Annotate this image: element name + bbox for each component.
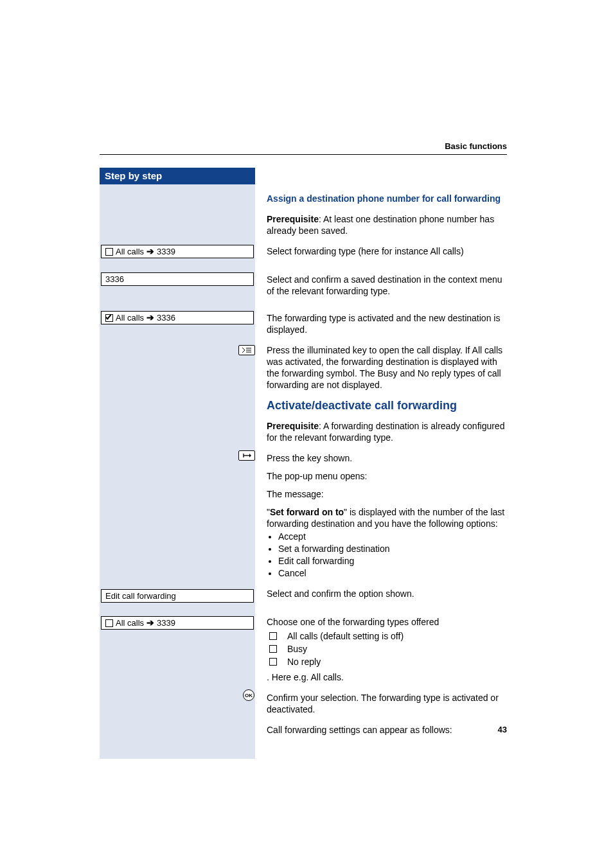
arrow-right-icon: ➔ <box>147 617 154 628</box>
menu-label: All calls <box>116 617 144 628</box>
menu-all-calls-3336[interactable]: All calls ➔3336 <box>101 311 254 324</box>
call-display-key-icon[interactable] <box>238 345 255 355</box>
bullet-item: Cancel <box>278 567 507 579</box>
activate-p3: The message: <box>267 488 507 500</box>
menu-number-3336[interactable]: 3336 <box>101 272 254 286</box>
assign-p4: Press the illuminated key to open the ca… <box>267 344 507 391</box>
bullet-item: Accept <box>278 531 507 542</box>
checkbox-checked-icon <box>105 314 113 322</box>
assign-p1: Select forwarding type (here for instanc… <box>267 245 507 257</box>
activate-prereq: Prerequisite: A forwarding destination i… <box>267 420 507 443</box>
arrow-right-icon: ➔ <box>147 246 154 257</box>
ok-label: OK <box>245 693 253 698</box>
content-column: Assign a destination phone number for ca… <box>267 193 507 745</box>
check-label: All calls (default setting is off) <box>287 630 404 642</box>
activate-p7: Confirm your selection. The forwarding t… <box>267 692 507 715</box>
menu-label: All calls <box>116 246 144 257</box>
activate-p2: The pop-up menu opens: <box>267 470 507 482</box>
arrow-enter-icon <box>242 452 251 459</box>
menu-dest: 3336 <box>157 312 175 323</box>
menu-edit-call-forwarding[interactable]: Edit call forwarding <box>101 589 254 603</box>
assign-prereq: Prerequisite: At least one destination p… <box>267 213 507 236</box>
header-rule <box>100 154 507 155</box>
prereq-label: Prerequisite <box>267 421 319 431</box>
checkbox-empty-icon <box>269 658 277 666</box>
list-item: All calls (default setting is off) <box>267 630 507 642</box>
menu-dest: 3339 <box>157 246 175 257</box>
checkbox-empty-icon <box>105 619 113 627</box>
menu-number-value: 3336 <box>105 274 124 285</box>
arrow-right-icon: ➔ <box>147 312 154 323</box>
menu-edit-label: Edit call forwarding <box>105 590 176 601</box>
checkbox-empty-icon <box>269 632 277 640</box>
ok-button-icon[interactable]: OK <box>243 689 254 701</box>
activate-heading: Activate/deactivate call forwarding <box>267 400 507 411</box>
assign-title: Assign a destination phone number for ca… <box>267 193 507 204</box>
checkbox-empty-icon <box>269 645 277 653</box>
bullet-item: Edit call forwarding <box>278 555 507 567</box>
forwarding-type-list: All calls (default setting is off) Busy … <box>267 630 507 668</box>
activate-p8: Call forwarding settings can appear as f… <box>267 724 507 736</box>
bullet-item: Set a forwarding destination <box>278 543 507 554</box>
assign-p2: Select and confirm a saved destination i… <box>267 274 507 297</box>
prereq-label: Prerequisite <box>267 214 319 224</box>
menu-label: All calls <box>116 312 144 323</box>
list-right-icon <box>242 347 252 353</box>
activate-p6: . Here e.g. All calls. <box>267 671 507 683</box>
menu-all-calls-3339-a[interactable]: All calls ➔3339 <box>101 245 254 258</box>
press-key-icon[interactable] <box>238 450 255 461</box>
sidebar-body <box>100 184 255 759</box>
check-label: Busy <box>287 643 307 655</box>
page-number: 43 <box>498 725 507 734</box>
activate-p4: Select and confirm the option shown. <box>267 588 507 599</box>
checkbox-empty-icon <box>105 248 113 256</box>
activate-setfwd: "Set forward on to" is displayed with th… <box>267 506 507 529</box>
check-label: No reply <box>287 656 321 668</box>
list-item: Busy <box>267 643 507 655</box>
activate-p5: Choose one of the forwarding types offer… <box>267 616 507 628</box>
list-item: No reply <box>267 656 507 668</box>
header-section: Basic functions <box>445 141 507 151</box>
sidebar-title: Step by step <box>100 168 255 184</box>
setfwd-bold: Set forward on to <box>270 507 344 517</box>
menu-all-calls-3339-b[interactable]: All calls ➔3339 <box>101 616 254 630</box>
activate-p1: Press the key shown. <box>267 452 507 464</box>
menu-dest: 3339 <box>157 617 175 628</box>
assign-p3: The forwarding type is activated and the… <box>267 312 507 335</box>
svg-marker-5 <box>249 454 251 457</box>
options-bullet-list: Accept Set a forwarding destination Edit… <box>267 531 507 579</box>
